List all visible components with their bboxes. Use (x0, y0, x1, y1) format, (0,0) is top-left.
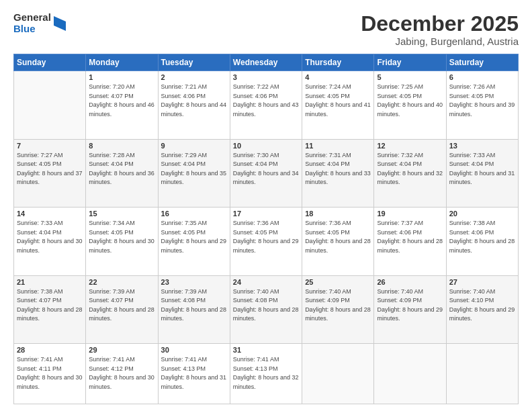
table-row: 26Sunrise: 7:40 AMSunset: 4:09 PMDayligh… (374, 275, 446, 344)
sunset-text: Sunset: 4:12 PM (89, 365, 154, 374)
table-row: 18Sunrise: 7:36 AMSunset: 4:05 PMDayligh… (302, 208, 374, 276)
day-info: Sunrise: 7:22 AMSunset: 4:06 PMDaylight:… (233, 83, 299, 119)
sunrise-text: Sunrise: 7:41 AM (17, 355, 83, 365)
header-wednesday: Wednesday (230, 54, 302, 71)
daylight-text: Daylight: 8 hours and 28 minutes. (449, 237, 515, 255)
day-info: Sunrise: 7:36 AMSunset: 4:05 PMDaylight:… (305, 219, 371, 255)
table-row: 24Sunrise: 7:40 AMSunset: 4:08 PMDayligh… (230, 275, 302, 344)
daylight-text: Daylight: 8 hours and 30 minutes. (89, 373, 154, 392)
sunrise-text: Sunrise: 7:39 AM (89, 287, 154, 297)
sunrise-text: Sunrise: 7:35 AM (161, 219, 227, 228)
sunset-text: Sunset: 4:06 PM (161, 92, 227, 101)
sunset-text: Sunset: 4:05 PM (449, 92, 515, 101)
header-monday: Monday (86, 54, 158, 71)
day-number: 30 (161, 346, 227, 354)
weekday-header-row: Sunday Monday Tuesday Wednesday Thursday… (14, 54, 519, 71)
day-info: Sunrise: 7:41 AMSunset: 4:13 PMDaylight:… (233, 355, 299, 392)
sunset-text: Sunset: 4:05 PM (305, 228, 371, 238)
daylight-text: Daylight: 8 hours and 28 minutes. (305, 306, 371, 324)
sunset-text: Sunset: 4:06 PM (449, 228, 515, 238)
header: General Blue December 2025 Jabing, Burge… (13, 12, 519, 47)
table-row: 17Sunrise: 7:36 AMSunset: 4:05 PMDayligh… (230, 208, 302, 276)
sunrise-text: Sunrise: 7:28 AM (89, 151, 154, 161)
day-number: 25 (305, 278, 371, 286)
sunrise-text: Sunrise: 7:24 AM (305, 83, 371, 92)
sunrise-text: Sunrise: 7:34 AM (89, 219, 154, 228)
day-info: Sunrise: 7:29 AMSunset: 4:04 PMDaylight:… (161, 151, 227, 187)
day-info: Sunrise: 7:20 AMSunset: 4:07 PMDaylight:… (89, 83, 154, 119)
table-row: 4Sunrise: 7:24 AMSunset: 4:05 PMDaylight… (302, 71, 374, 140)
sunset-text: Sunset: 4:05 PM (89, 228, 154, 238)
table-row (446, 344, 518, 404)
day-info: Sunrise: 7:41 AMSunset: 4:13 PMDaylight:… (161, 355, 227, 392)
header-friday: Friday (374, 54, 446, 71)
sunset-text: Sunset: 4:08 PM (161, 296, 227, 306)
sunset-text: Sunset: 4:04 PM (233, 160, 299, 169)
sunset-text: Sunset: 4:04 PM (377, 160, 443, 169)
table-row (302, 344, 374, 404)
day-info: Sunrise: 7:34 AMSunset: 4:05 PMDaylight:… (89, 219, 154, 255)
sunset-text: Sunset: 4:11 PM (17, 365, 83, 374)
daylight-text: Daylight: 8 hours and 34 minutes. (233, 169, 299, 187)
sunset-text: Sunset: 4:06 PM (233, 92, 299, 101)
day-info: Sunrise: 7:39 AMSunset: 4:08 PMDaylight:… (161, 287, 227, 324)
day-info: Sunrise: 7:30 AMSunset: 4:04 PMDaylight:… (233, 151, 299, 187)
day-info: Sunrise: 7:40 AMSunset: 4:08 PMDaylight:… (233, 287, 299, 324)
daylight-text: Daylight: 8 hours and 28 minutes. (233, 306, 299, 324)
sunrise-text: Sunrise: 7:33 AM (17, 219, 83, 228)
sunset-text: Sunset: 4:07 PM (89, 92, 154, 101)
sunrise-text: Sunrise: 7:20 AM (89, 83, 154, 92)
sunrise-text: Sunrise: 7:22 AM (233, 83, 299, 92)
sunset-text: Sunset: 4:05 PM (233, 228, 299, 238)
table-row: 11Sunrise: 7:31 AMSunset: 4:04 PMDayligh… (302, 139, 374, 208)
day-number: 14 (17, 210, 83, 218)
table-row (374, 344, 446, 404)
sunset-text: Sunset: 4:04 PM (161, 160, 227, 169)
day-number: 11 (305, 142, 371, 150)
logo: General Blue (13, 12, 66, 34)
daylight-text: Daylight: 8 hours and 40 minutes. (377, 101, 443, 119)
day-number: 9 (161, 142, 227, 150)
table-row: 20Sunrise: 7:38 AMSunset: 4:06 PMDayligh… (446, 208, 518, 276)
day-info: Sunrise: 7:41 AMSunset: 4:11 PMDaylight:… (17, 355, 83, 392)
table-row: 3Sunrise: 7:22 AMSunset: 4:06 PMDaylight… (230, 71, 302, 140)
table-row: 9Sunrise: 7:29 AMSunset: 4:04 PMDaylight… (158, 139, 230, 208)
sunset-text: Sunset: 4:13 PM (161, 365, 227, 374)
daylight-text: Daylight: 8 hours and 28 minutes. (377, 237, 443, 255)
day-info: Sunrise: 7:35 AMSunset: 4:05 PMDaylight:… (161, 219, 227, 255)
table-row: 28Sunrise: 7:41 AMSunset: 4:11 PMDayligh… (14, 344, 86, 404)
day-number: 8 (89, 142, 154, 150)
daylight-text: Daylight: 8 hours and 46 minutes. (89, 101, 154, 119)
logo-icon (54, 16, 66, 31)
daylight-text: Daylight: 8 hours and 30 minutes. (17, 237, 83, 255)
day-number: 19 (377, 210, 443, 218)
table-row: 30Sunrise: 7:41 AMSunset: 4:13 PMDayligh… (158, 344, 230, 404)
table-row: 19Sunrise: 7:37 AMSunset: 4:06 PMDayligh… (374, 208, 446, 276)
month-title: December 2025 (361, 12, 519, 36)
calendar-table: Sunday Monday Tuesday Wednesday Thursday… (13, 54, 519, 404)
sunset-text: Sunset: 4:06 PM (377, 228, 443, 238)
sunset-text: Sunset: 4:04 PM (89, 160, 154, 169)
sunrise-text: Sunrise: 7:32 AM (377, 151, 443, 161)
day-info: Sunrise: 7:28 AMSunset: 4:04 PMDaylight:… (89, 151, 154, 187)
calendar-page: General Blue December 2025 Jabing, Burge… (0, 0, 532, 411)
table-row: 5Sunrise: 7:25 AMSunset: 4:05 PMDaylight… (374, 71, 446, 140)
sunset-text: Sunset: 4:05 PM (161, 228, 227, 238)
sunset-text: Sunset: 4:13 PM (233, 365, 299, 374)
header-saturday: Saturday (446, 54, 518, 71)
logo-blue: Blue (13, 24, 51, 35)
daylight-text: Daylight: 8 hours and 29 minutes. (233, 237, 299, 255)
daylight-text: Daylight: 8 hours and 30 minutes. (89, 237, 154, 255)
header-thursday: Thursday (302, 54, 374, 71)
day-number: 6 (449, 73, 515, 81)
calendar-week-row: 1Sunrise: 7:20 AMSunset: 4:07 PMDaylight… (14, 71, 519, 140)
sunrise-text: Sunrise: 7:31 AM (305, 151, 371, 161)
daylight-text: Daylight: 8 hours and 39 minutes. (449, 101, 515, 119)
table-row: 29Sunrise: 7:41 AMSunset: 4:12 PMDayligh… (86, 344, 158, 404)
day-info: Sunrise: 7:40 AMSunset: 4:09 PMDaylight:… (377, 287, 443, 324)
day-number: 28 (17, 346, 83, 354)
day-info: Sunrise: 7:41 AMSunset: 4:12 PMDaylight:… (89, 355, 154, 392)
day-number: 26 (377, 278, 443, 286)
day-number: 21 (17, 278, 83, 286)
table-row: 27Sunrise: 7:40 AMSunset: 4:10 PMDayligh… (446, 275, 518, 344)
